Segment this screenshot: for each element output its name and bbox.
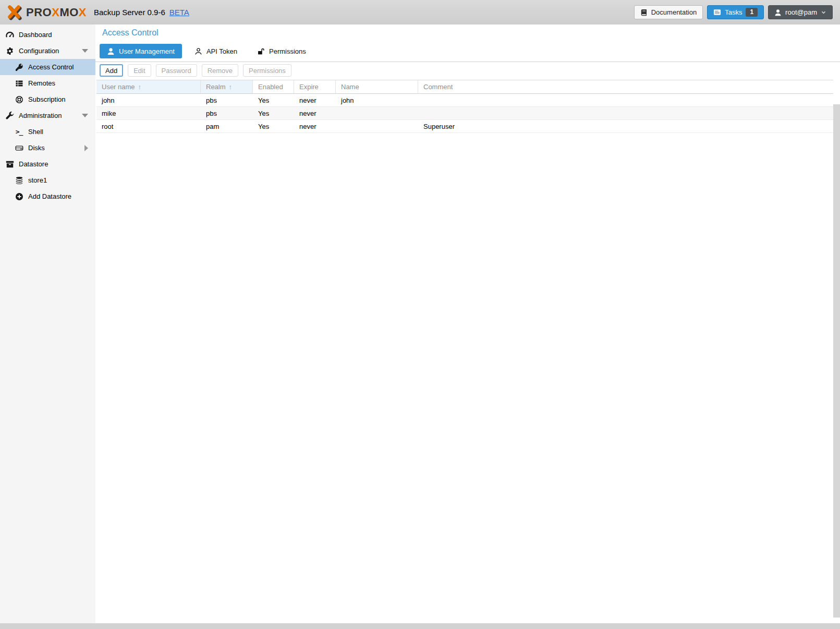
users-grid: User name↑Realm↑EnabledExpireNameComment… (96, 80, 833, 133)
logo-segment: X (79, 6, 87, 19)
permissions-button: Permissions (243, 64, 291, 77)
cell-expire: never (294, 120, 336, 132)
tasks-button[interactable]: Tasks 1 (707, 5, 764, 19)
page-title: Access Control (102, 28, 159, 38)
terminal-icon: >_ (15, 127, 23, 136)
sidebar-item-remotes[interactable]: Remotes (0, 75, 95, 91)
proxmox-logo: PROXMOX (6, 4, 87, 21)
tab-label: API Token (206, 47, 237, 55)
grid-body: johnpbsYesneverjohnmikepbsYesneverrootpa… (96, 94, 833, 133)
key-icon (15, 63, 23, 71)
sidebar-item-label: Access Control (28, 63, 74, 71)
add-button[interactable]: Add (100, 64, 123, 77)
user-icon (107, 47, 115, 55)
cell-realm: pbs (201, 107, 253, 119)
product-title: Backup Server 0.9-6 (94, 8, 165, 17)
tab-user-management[interactable]: User Management (100, 44, 182, 58)
book-icon (640, 9, 648, 16)
list-icon (15, 79, 23, 88)
remove-button: Remove (202, 64, 238, 77)
cell-enabled: Yes (253, 107, 294, 119)
chevron-down-icon[interactable] (82, 114, 88, 117)
sidebar-item-label: store1 (28, 176, 47, 184)
user-outline-icon (194, 47, 202, 55)
tab-label: Permissions (269, 47, 306, 55)
wrench-icon (5, 111, 14, 120)
sidebar-item-add-datastore[interactable]: Add Datastore (0, 188, 95, 204)
cell-expire: never (294, 94, 336, 106)
cell-comment: Superuser (418, 120, 833, 132)
cell-realm: pbs (201, 94, 253, 106)
table-row-john[interactable]: johnpbsYesneverjohn (96, 94, 833, 107)
column-header-user-name[interactable]: User name↑ (96, 80, 201, 93)
window-bottom-edge (0, 623, 840, 629)
cell-user-name: root (96, 120, 201, 132)
cell-user-name: john (96, 94, 201, 106)
sidebar-item-label: Administration (19, 112, 62, 119)
task-list-icon (713, 8, 721, 16)
cell-comment (418, 107, 833, 119)
tab-permissions[interactable]: Permissions (250, 44, 313, 58)
column-header-realm[interactable]: Realm↑ (201, 80, 253, 93)
column-header-comment[interactable]: Comment (418, 80, 833, 93)
sidebar-item-subscription[interactable]: Subscription (0, 91, 95, 107)
table-row-root[interactable]: rootpamYesneverSuperuser (96, 120, 833, 133)
column-header-label: Realm (206, 83, 226, 91)
beta-link[interactable]: BETA (169, 8, 189, 17)
tab-bar: User ManagementAPI TokenPermissions (100, 44, 313, 58)
column-header-label: Comment (423, 83, 453, 91)
cell-name (336, 107, 418, 119)
sort-asc-icon: ↑ (138, 83, 142, 91)
chevron-down-icon[interactable] (82, 49, 88, 53)
sidebar-item-access-control[interactable]: Access Control (0, 59, 95, 75)
user-menu-button[interactable]: root@pam (768, 5, 833, 19)
sidebar-item-label: Datastore (19, 160, 48, 168)
sidebar-item-administration[interactable]: Administration (0, 107, 95, 124)
documentation-button[interactable]: Documentation (634, 5, 703, 19)
tab-api-token[interactable]: API Token (187, 44, 245, 58)
column-header-label: Expire (299, 83, 319, 91)
sidebar-item-label: Remotes (28, 79, 55, 87)
hdd-icon (15, 143, 23, 152)
sidebar-item-label: Configuration (19, 47, 59, 55)
plus-circle-icon (15, 192, 23, 201)
vertical-scrollbar[interactable] (833, 104, 840, 618)
user-menu-label: root@pam (785, 8, 817, 16)
database-icon (15, 176, 23, 185)
sidebar-item-dashboard[interactable]: Dashboard (0, 27, 95, 43)
chevron-right-icon[interactable] (84, 145, 88, 151)
sort-asc-icon: ↑ (229, 83, 233, 91)
column-header-label: User name (102, 83, 135, 91)
proxmox-x-icon (6, 4, 23, 21)
cell-realm: pam (201, 120, 253, 132)
sidebar-item-configuration[interactable]: Configuration (0, 43, 95, 59)
sidebar-item-datastore[interactable]: Datastore (0, 156, 95, 172)
sidebar-item-label: Subscription (28, 95, 66, 103)
cell-enabled: Yes (253, 94, 294, 106)
logo-segment: MO (59, 6, 78, 19)
sidebar-item-shell[interactable]: >_Shell (0, 124, 95, 140)
column-header-name[interactable]: Name (336, 80, 418, 93)
documentation-label: Documentation (651, 8, 697, 16)
column-header-label: Enabled (258, 83, 283, 91)
column-header-enabled[interactable]: Enabled (253, 80, 294, 93)
user-icon (774, 9, 782, 16)
sidebar-nav: DashboardConfigurationAccess ControlRemo… (0, 25, 95, 623)
logo-segment: PRO (26, 6, 52, 19)
sidebar-item-label: Dashboard (19, 31, 52, 39)
sidebar-item-store1[interactable]: store1 (0, 172, 95, 188)
cell-name: john (336, 94, 418, 106)
gears-icon (5, 46, 14, 55)
main-panel: Access Control User ManagementAPI TokenP… (95, 25, 840, 623)
column-header-expire[interactable]: Expire (294, 80, 336, 93)
sidebar-item-disks[interactable]: Disks (0, 140, 95, 156)
cell-name (336, 120, 418, 132)
tab-label: User Management (119, 47, 175, 55)
column-header-label: Name (341, 83, 359, 91)
lifering-icon (15, 95, 23, 104)
gauge-icon (5, 30, 14, 39)
archive-icon (5, 160, 14, 168)
table-row-mike[interactable]: mikepbsYesnever (96, 107, 833, 120)
sidebar-item-label: Add Datastore (28, 192, 71, 200)
grid-header-row: User name↑Realm↑EnabledExpireNameComment (96, 80, 833, 94)
